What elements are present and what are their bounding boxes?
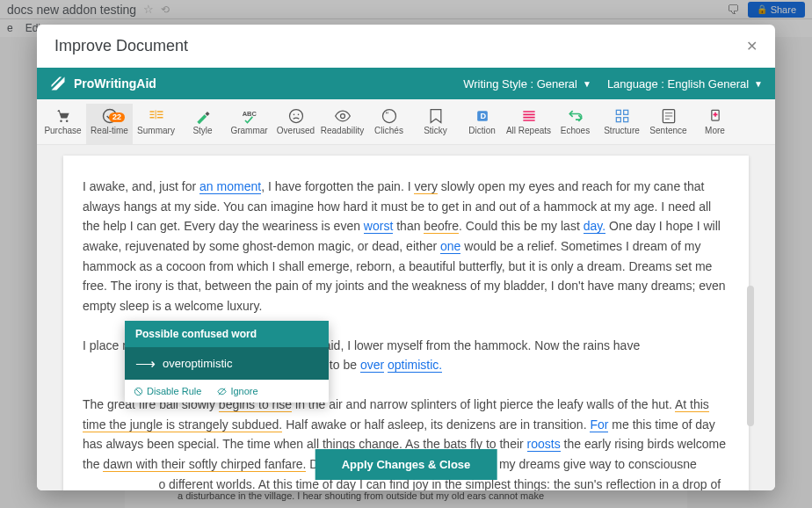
style-icon: [193, 106, 213, 126]
highlight-an-moment[interactable]: an moment: [199, 179, 261, 194]
tool-overused[interactable]: Overused: [272, 104, 319, 144]
summary-icon: [147, 106, 166, 126]
svg-point-0: [60, 120, 62, 123]
allrepeats-icon: [519, 106, 539, 126]
scrollbar-thumb[interactable]: [747, 286, 754, 426]
tool-echoes[interactable]: Echoes: [552, 104, 598, 144]
tool-label: Structure: [604, 126, 640, 135]
text: n its aid, I lower myself from the hammo…: [298, 338, 643, 352]
popup-title: Possible confused word: [125, 321, 329, 347]
tool-grammar[interactable]: ABCGrammar: [226, 104, 272, 144]
tool-label: More: [705, 126, 725, 135]
report-toolbar: Purchase22Real-timeSummaryStyleABCGramma…: [37, 99, 775, 145]
language-dropdown[interactable]: Language : English General ▼: [607, 77, 763, 91]
tool-label: Style: [192, 126, 212, 135]
tool-cliches[interactable]: “Clichés: [366, 104, 412, 144]
close-icon[interactable]: ✕: [746, 38, 758, 54]
text: in the air and narrow splinters of light…: [292, 397, 675, 411]
tool-summary[interactable]: Summary: [133, 104, 179, 144]
highlight-over[interactable]: over: [360, 358, 384, 373]
writing-style-dropdown[interactable]: Writing Style : General ▼: [463, 77, 591, 91]
svg-text:“: “: [385, 111, 388, 120]
highlight-for[interactable]: For: [590, 417, 608, 432]
disable-icon: [134, 387, 143, 396]
svg-rect-18: [616, 118, 620, 122]
svg-point-4: [289, 110, 302, 123]
lang-value: English General: [668, 77, 750, 91]
suggestion-popup: Possible confused word ⟶ overoptimistic …: [125, 321, 329, 403]
apply-changes-button[interactable]: Apply Changes & Close: [315, 449, 497, 480]
tool-label: Echoes: [561, 126, 590, 135]
text: . Could this be my last: [459, 219, 584, 233]
text: , I have forgotten the pain. I: [261, 179, 414, 193]
tool-label: Readability: [321, 126, 364, 135]
tool-label: Diction: [468, 126, 496, 135]
tool-label: Purchase: [44, 126, 81, 135]
text: Half awake or half asleep, its denizens …: [282, 417, 590, 432]
highlight-worst[interactable]: worst: [364, 219, 393, 234]
tool-label: Real-time: [91, 126, 128, 135]
highlight-beofre[interactable]: beofre: [424, 219, 459, 234]
chevron-down-icon: ▼: [754, 79, 763, 89]
more-icon: [706, 106, 725, 126]
disable-label: Disable Rule: [147, 386, 201, 396]
modal-title: Improve Document: [54, 37, 188, 55]
badge: 22: [109, 112, 125, 122]
suggestion-text: overoptimistic: [163, 357, 232, 370]
svg-line-28: [136, 388, 141, 394]
svg-rect-17: [623, 110, 627, 114]
paragraph[interactable]: I awake, and, just for an moment, I have…: [83, 177, 729, 316]
grammar-icon: ABC: [240, 106, 259, 126]
highlight-roosts[interactable]: roosts: [527, 437, 561, 452]
style-label: Writing Style :: [463, 77, 533, 91]
svg-rect-16: [616, 110, 620, 114]
highlight-very[interactable]: very: [414, 179, 437, 194]
highlight-one[interactable]: one: [440, 239, 460, 254]
svg-point-6: [297, 114, 299, 116]
chevron-down-icon: ▼: [583, 79, 591, 89]
tool-label: Clichés: [374, 126, 403, 135]
tool-label: Grammar: [230, 126, 267, 135]
cliches-icon: “: [380, 106, 399, 126]
brand-name: ProWritingAid: [74, 76, 156, 91]
highlight-optimistic[interactable]: optimistic.: [388, 358, 442, 373]
prowritingaid-logo-icon: [49, 75, 67, 92]
arrow-right-icon: ⟶: [135, 355, 154, 372]
svg-point-5: [293, 114, 294, 116]
tool-diction[interactable]: DDiction: [459, 104, 505, 144]
tool-realtime[interactable]: 22Real-time: [86, 104, 133, 144]
suggestion-option[interactable]: ⟶ overoptimistic: [125, 347, 329, 380]
svg-text:D: D: [480, 112, 486, 120]
tool-readability[interactable]: Readability: [319, 104, 366, 144]
style-value: General: [537, 77, 577, 91]
tool-purchase[interactable]: Purchase: [40, 104, 86, 144]
ignore-button[interactable]: Ignore: [217, 386, 257, 396]
tool-label: Sentence: [649, 126, 686, 135]
tool-sentence[interactable]: Sentence: [645, 104, 692, 144]
modal-header: Improve Document ✕: [37, 25, 775, 68]
document-scroll-area[interactable]: I awake, and, just for an moment, I have…: [37, 145, 775, 490]
text: I awake, and, just for: [83, 179, 199, 193]
tool-label: Summary: [137, 126, 175, 135]
ignore-icon: [217, 387, 227, 396]
purchase-icon: [54, 106, 73, 126]
disable-rule-button[interactable]: Disable Rule: [134, 386, 201, 396]
echoes-icon: [566, 106, 585, 126]
overused-icon: [286, 106, 306, 126]
tool-label: Overused: [277, 126, 315, 135]
tool-allrepeats[interactable]: All Repeats: [505, 104, 552, 144]
highlight-dawn[interactable]: dawn with their softly chirped fanfare.: [103, 457, 306, 472]
svg-point-8: [382, 110, 395, 123]
diction-icon: D: [473, 106, 492, 126]
tool-structure[interactable]: Structure: [598, 104, 645, 144]
tool-sticky[interactable]: Sticky: [412, 104, 459, 144]
tool-style[interactable]: Style: [179, 104, 226, 144]
highlight-day[interactable]: day.: [584, 219, 605, 234]
sentence-icon: [659, 106, 678, 126]
lang-label: Language :: [607, 77, 664, 91]
tool-more[interactable]: More: [692, 104, 738, 144]
ignore-label: Ignore: [230, 386, 257, 396]
sticky-icon: [426, 106, 446, 126]
text: than: [393, 219, 424, 233]
svg-point-1: [65, 120, 68, 123]
